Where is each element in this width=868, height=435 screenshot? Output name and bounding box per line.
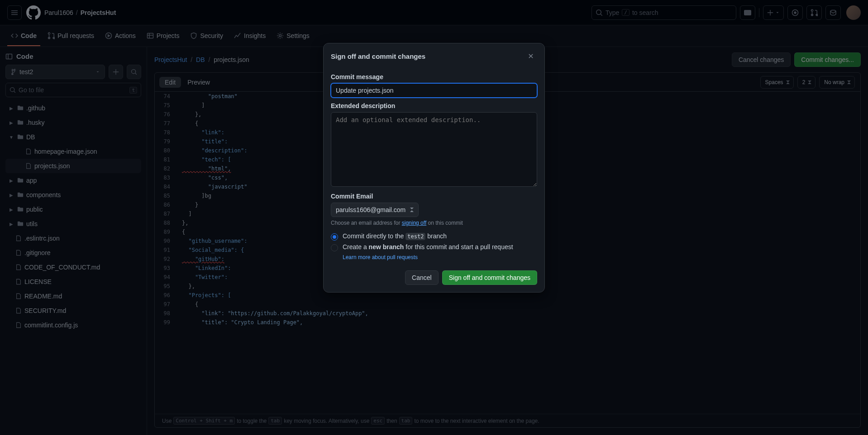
modal-title: Sign off and commit changes — [331, 52, 425, 60]
close-button[interactable] — [525, 50, 537, 62]
extended-description-label: Extended description — [331, 102, 537, 109]
close-icon — [527, 52, 534, 60]
learn-more-link[interactable]: Learn more about pull requests — [343, 254, 418, 260]
commit-message-label: Commit message — [331, 73, 537, 80]
radio-commit-direct-label: Commit directly to the test2 branch — [343, 232, 447, 240]
email-hint: Choose an email address for signing off … — [331, 220, 537, 226]
sign-off-commit-button[interactable]: Sign off and commit changes — [442, 270, 537, 285]
radio-new-branch-label: Create a new branch for this commit and … — [343, 243, 513, 251]
commit-message-input[interactable] — [331, 83, 537, 98]
cancel-button[interactable]: Cancel — [405, 270, 439, 285]
commit-modal: Sign off and commit changes Commit messa… — [323, 43, 545, 293]
radio-new-branch[interactable] — [331, 244, 338, 251]
commit-email-label: Commit Email — [331, 193, 537, 200]
commit-email-select[interactable]: parulss1606@gmail.com — [331, 203, 419, 217]
modal-backdrop[interactable]: Sign off and commit changes Commit messa… — [0, 0, 868, 435]
extended-description-textarea[interactable] — [331, 112, 537, 187]
signing-off-link[interactable]: signing off — [402, 220, 427, 226]
radio-commit-direct[interactable] — [331, 233, 338, 241]
